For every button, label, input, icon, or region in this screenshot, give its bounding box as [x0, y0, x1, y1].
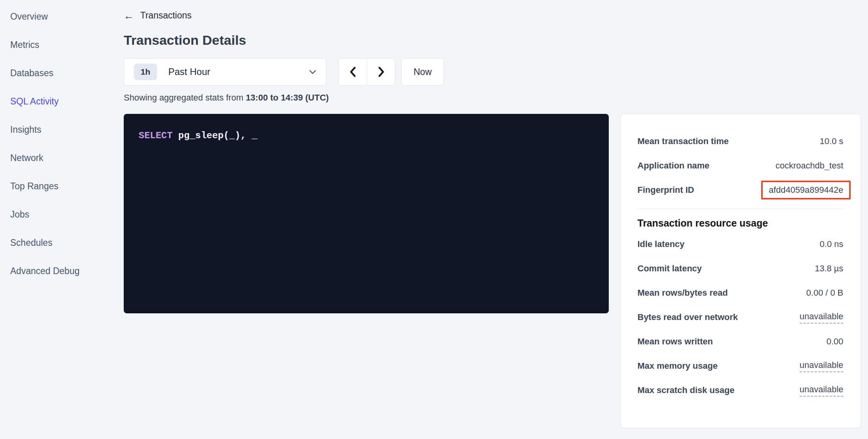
detail-label: Bytes read over network	[637, 312, 738, 322]
detail-label: Mean rows/bytes read	[637, 288, 728, 298]
sidebar-item-insights[interactable]: Insights	[0, 115, 118, 144]
previous-time-range-button[interactable]	[339, 59, 367, 85]
detail-label: Mean rows written	[637, 337, 713, 347]
now-button[interactable]: Now	[401, 58, 444, 86]
resource-row-mean-rows-bytes-read: Mean rows/bytes read 0.00 / 0 B	[637, 281, 843, 305]
detail-value: 0.0 ns	[820, 239, 843, 249]
detail-row-mean-transaction-time: Mean transaction time 10.0 s	[637, 129, 843, 154]
sidebar-item-sql-activity[interactable]: SQL Activity	[0, 87, 118, 115]
detail-label: Fingerprint ID	[637, 185, 694, 195]
resource-row-commit-latency: Commit latency 13.8 µs	[637, 256, 843, 281]
stats-caption-range: 13:00 to 14:39 (UTC)	[246, 93, 329, 102]
stats-caption-prefix: Showing aggregated stats from	[124, 93, 246, 102]
transaction-details-card: Mean transaction time 10.0 s Application…	[621, 114, 861, 428]
detail-value-unavailable: unavailable	[800, 311, 843, 324]
chevron-down-icon	[308, 67, 317, 77]
detail-label: Idle latency	[637, 239, 685, 249]
detail-value: 0.00	[826, 337, 843, 347]
back-arrow-icon: ←	[124, 11, 134, 21]
chevron-left-icon	[348, 66, 358, 78]
sidebar-item-metrics[interactable]: Metrics	[0, 31, 118, 59]
sidebar-item-databases[interactable]: Databases	[0, 59, 118, 87]
detail-label: Mean transaction time	[637, 136, 729, 146]
time-range-selected-value: Past Hour	[168, 66, 308, 77]
page-title: Transaction Details	[124, 33, 868, 48]
detail-label: Max memory usage	[637, 361, 718, 371]
sql-statement-box: SELECT pg_sleep(_), _	[124, 114, 609, 313]
time-picker-row: 1h Past Hour Now	[124, 58, 868, 86]
resource-row-mean-rows-written: Mean rows written 0.00	[637, 329, 843, 354]
detail-row-application-name: Application name cockroachdb_test	[637, 154, 843, 178]
time-interval-badge: 1h	[134, 64, 157, 80]
detail-value-unavailable: unavailable	[800, 384, 843, 397]
detail-value-unavailable: unavailable	[800, 360, 843, 372]
sql-keyword: SELECT	[139, 130, 172, 141]
resource-row-max-scratch-disk-usage: Max scratch disk usage unavailable	[637, 378, 843, 402]
resource-row-max-memory-usage: Max memory usage unavailable	[637, 354, 843, 378]
breadcrumb-transactions-link[interactable]: ← Transactions	[124, 10, 192, 21]
sql-statement-text: pg_sleep(_), _	[172, 130, 257, 141]
sidebar: Overview Metrics Databases SQL Activity …	[0, 0, 118, 439]
detail-value: cockroachdb_test	[776, 161, 843, 171]
sidebar-item-schedules[interactable]: Schedules	[0, 229, 118, 257]
time-step-button-group	[339, 58, 395, 86]
sidebar-item-top-ranges[interactable]: Top Ranges	[0, 172, 118, 200]
next-time-range-button[interactable]	[367, 59, 395, 85]
sidebar-item-network[interactable]: Network	[0, 144, 118, 172]
fingerprint-id-value: afdd4059a899442e	[769, 185, 843, 195]
detail-label: Application name	[637, 161, 709, 171]
detail-value: 13.8 µs	[815, 263, 843, 274]
detail-label: Commit latency	[637, 263, 702, 274]
time-range-dropdown[interactable]: 1h Past Hour	[124, 58, 326, 86]
content-row: SELECT pg_sleep(_), _ Mean transaction t…	[124, 114, 868, 428]
main-content: ← Transactions Transaction Details 1h Pa…	[118, 0, 868, 439]
detail-value: 10.0 s	[820, 136, 843, 146]
aggregated-stats-caption: Showing aggregated stats from 13:00 to 1…	[124, 93, 868, 103]
detail-label: Max scratch disk usage	[637, 385, 734, 395]
resource-usage-section-title: Transaction resource usage	[637, 218, 843, 229]
resource-row-idle-latency: Idle latency 0.0 ns	[637, 232, 843, 256]
sidebar-item-jobs[interactable]: Jobs	[0, 200, 118, 229]
fingerprint-id-highlight-box: afdd4059a899442e	[761, 181, 851, 199]
sidebar-item-overview[interactable]: Overview	[0, 2, 118, 31]
breadcrumb-label: Transactions	[140, 10, 192, 21]
chevron-right-icon	[376, 66, 386, 78]
resource-row-bytes-read-over-network: Bytes read over network unavailable	[637, 305, 843, 329]
sidebar-item-advanced-debug[interactable]: Advanced Debug	[0, 257, 118, 285]
detail-row-fingerprint-id: Fingerprint ID afdd4059a899442e	[637, 178, 843, 202]
detail-value: 0.00 / 0 B	[806, 288, 843, 298]
card-divider	[637, 209, 843, 209]
